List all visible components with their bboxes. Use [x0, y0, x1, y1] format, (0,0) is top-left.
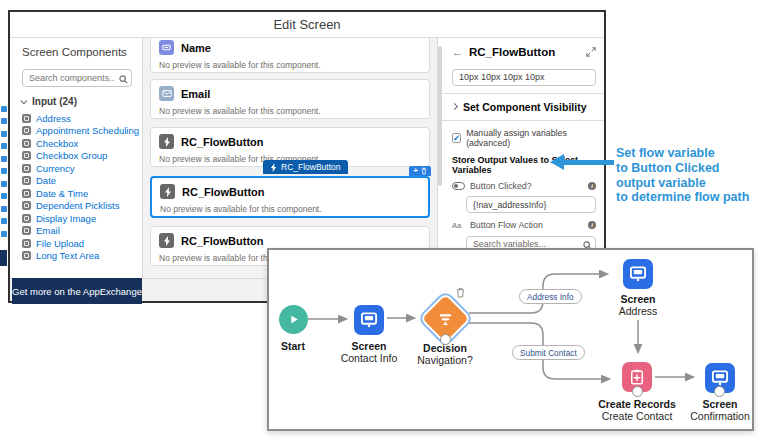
sidebar-item-checkbox-group[interactable]: Checkbox Group: [22, 150, 132, 163]
no-preview-text: No preview is available for this compone…: [160, 204, 420, 214]
manual-assign-label: Manually assign variables (advanced): [466, 128, 596, 148]
appointment-scheduling-icon: [22, 126, 31, 135]
flow-button-icon: [159, 233, 174, 248]
annotation-text: Set flow variable to Button Clicked outp…: [616, 146, 749, 205]
screen-confirmation-connector-dot[interactable]: [714, 386, 725, 397]
text-type-icon: Aa: [452, 221, 465, 230]
sidebar-item-dependent-picklists[interactable]: Dependent Picklists: [22, 200, 132, 213]
flow-diagram-panel: Start Screen Contact Info Decision Navig…: [267, 248, 754, 431]
sidebar-item-long-text-area[interactable]: Long Text Area: [22, 250, 132, 263]
flow-button-icon: [270, 163, 277, 172]
padding-input[interactable]: [452, 69, 596, 86]
play-icon: [287, 313, 300, 326]
properties-title: RC_FlowButton: [469, 46, 580, 58]
annotation-line: Set flow variable: [616, 146, 749, 161]
decision-connector-dot[interactable]: [440, 334, 451, 345]
date-icon: [22, 176, 31, 185]
connector-label-address-info[interactable]: Address Info: [519, 289, 582, 304]
sidebar-section-input[interactable]: Input (24): [22, 96, 132, 107]
sidebar-item-date-time[interactable]: Date & Time: [22, 187, 132, 200]
component-card-email[interactable]: Email No preview is available for this c…: [150, 79, 430, 119]
chevron-down-icon: [20, 97, 27, 104]
info-icon[interactable]: i: [588, 182, 596, 190]
sidebar-item-checkbox[interactable]: Checkbox: [22, 137, 132, 150]
delete-icon[interactable]: [421, 167, 427, 175]
card-title: RC_FlowButton: [181, 235, 263, 247]
sidebar-item-date[interactable]: Date: [22, 175, 132, 188]
annotation-line: output variable: [616, 176, 749, 191]
drag-badge-label: RC_FlowButton: [281, 162, 341, 172]
delete-node-icon[interactable]: [456, 287, 465, 298]
sliver-fragment: [1, 143, 7, 149]
display-image-icon: [22, 214, 31, 223]
dialog-titlebar: Edit Screen: [10, 12, 604, 38]
back-arrow-icon[interactable]: ←: [452, 46, 463, 58]
component-card-flowbutton-selected[interactable]: RC_FlowButton No preview is available fo…: [150, 176, 430, 218]
create-records-label: Create Records Create Contact: [592, 398, 682, 423]
email-component-icon: [159, 86, 174, 101]
sliver-fragment: [1, 118, 7, 124]
chevron-right-icon: [451, 103, 458, 110]
decision-label: Decision Navigation?: [405, 342, 485, 367]
properties-scrollbar[interactable]: [438, 46, 442, 186]
toggle-type-icon: [452, 182, 465, 190]
sidebar-item-display-image[interactable]: Display Image: [22, 212, 132, 225]
sliver-fragment: [1, 218, 7, 224]
section-label: Input (24): [32, 96, 77, 107]
selected-card-actions: +: [409, 166, 431, 176]
create-records-icon: [628, 368, 646, 386]
sidebar-item-currency[interactable]: Currency: [22, 162, 132, 175]
checkbox-icon: [22, 139, 31, 148]
no-preview-text: No preview is available for this compone…: [159, 60, 421, 70]
create-records-connector-dot[interactable]: [632, 386, 643, 397]
manual-assign-checkbox[interactable]: ✓: [452, 133, 461, 143]
connector-label-submit-contact[interactable]: Submit Contact: [512, 345, 585, 360]
properties-panel: ← RC_FlowButton Set Component Visibility…: [437, 38, 604, 278]
sliver-fragment: [1, 231, 7, 237]
sliver-fragment: [1, 206, 7, 212]
checkbox-group-icon: [22, 151, 31, 160]
sidebar-item-address[interactable]: Address: [22, 112, 132, 125]
field-label-button-clicked: Button Clicked?: [470, 181, 583, 191]
name-component-icon: [159, 40, 174, 55]
sliver-fragment: [1, 156, 7, 162]
card-title: Email: [181, 88, 210, 100]
start-label: Start: [253, 340, 333, 352]
appexchange-button[interactable]: Get more on the AppExchange: [12, 278, 142, 304]
field-label-button-flow-action: Button Flow Action: [470, 220, 583, 230]
expand-icon[interactable]: [586, 47, 596, 57]
sidebar-item-file-upload[interactable]: File Upload: [22, 237, 132, 250]
button-clicked-input[interactable]: [466, 196, 596, 213]
screen-icon: [710, 368, 730, 388]
screen-preview-canvas: Name No preview is available for this co…: [143, 38, 437, 278]
screen-address-label: Screen Address: [598, 293, 678, 318]
long-text-area-icon: [22, 251, 31, 260]
sidebar-title: Screen Components: [22, 46, 132, 58]
annotation-line: to determine flow path: [616, 190, 749, 205]
email-icon: [22, 226, 31, 235]
move-icon[interactable]: +: [413, 167, 418, 175]
flow-button-icon: [159, 134, 174, 149]
sliver-fragment: [1, 131, 7, 137]
annotation-line: to Button Clicked: [616, 161, 749, 176]
card-title: Name: [181, 42, 211, 54]
flow-node-screen-address[interactable]: [623, 259, 653, 289]
background-window-sliver: [0, 0, 8, 442]
dialog-title: Edit Screen: [273, 17, 340, 32]
annotation-arrow-icon: [550, 154, 564, 170]
sidebar-item-email[interactable]: Email: [22, 225, 132, 238]
search-components-input[interactable]: [22, 69, 132, 87]
info-icon[interactable]: i: [588, 221, 596, 229]
address-icon: [22, 114, 31, 123]
flow-node-screen-contact-info[interactable]: [354, 305, 384, 335]
sidebar-item-appointment-scheduling[interactable]: Appointment Scheduling: [22, 125, 132, 138]
card-title: RC_FlowButton: [181, 136, 263, 148]
component-card-name[interactable]: Name No preview is available for this co…: [150, 38, 430, 73]
flow-node-start[interactable]: [279, 305, 308, 334]
no-preview-text: No preview is available for this compone…: [159, 106, 421, 116]
search-icon: [119, 70, 128, 88]
screen-contact-label: Screen Contact Info: [329, 340, 409, 365]
visibility-section-toggle[interactable]: Set Component Visibility: [452, 101, 596, 113]
annotation-arrow-line: [563, 160, 614, 165]
date-time-icon: [22, 189, 31, 198]
